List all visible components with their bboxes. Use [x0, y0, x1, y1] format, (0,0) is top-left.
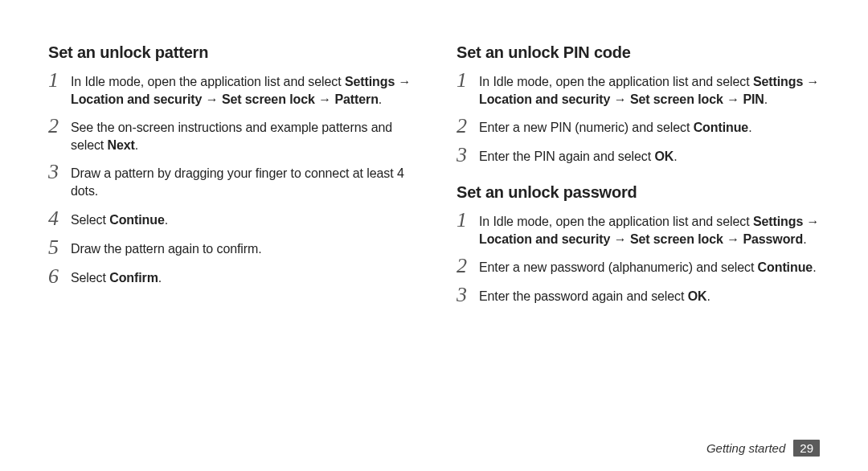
manual-page: Set an unlock pattern 1In Idle mode, ope… [0, 0, 868, 471]
step-item: 2See the on-screen instructions and exam… [48, 116, 411, 154]
section-heading: Set an unlock password [457, 183, 820, 202]
step-item: 5Draw the pattern again to confirm. [48, 237, 411, 258]
step-item: 3Enter the PIN again and select OK. [457, 145, 820, 166]
step-text: Enter the PIN again and select OK. [479, 145, 678, 166]
steps-list: 1In Idle mode, open the application list… [48, 70, 411, 287]
step-number: 5 [48, 237, 71, 258]
step-text: Enter a new password (alphanumeric) and … [479, 256, 816, 276]
step-item: 1In Idle mode, open the application list… [457, 70, 820, 108]
right-column: Set an unlock PIN code1In Idle mode, ope… [457, 43, 820, 323]
step-text: Draw the pattern again to confirm. [71, 237, 262, 258]
step-text: Enter the password again and select OK. [479, 285, 710, 305]
step-text: In Idle mode, open the application list … [479, 70, 820, 108]
section-heading: Set an unlock PIN code [457, 43, 820, 62]
step-number: 3 [457, 285, 479, 305]
step-text: In Idle mode, open the application list … [71, 70, 411, 108]
footer-page-number: 29 [793, 440, 820, 457]
step-item: 3Enter the password again and select OK. [457, 285, 820, 305]
step-item: 3Draw a pattern by dragging your finger … [48, 162, 411, 199]
step-item: 1In Idle mode, open the application list… [48, 70, 411, 108]
page-footer: Getting started 29 [706, 440, 820, 457]
step-number: 3 [48, 162, 71, 182]
step-number: 4 [48, 208, 71, 229]
step-number: 2 [48, 116, 71, 137]
steps-list: 1In Idle mode, open the application list… [457, 210, 820, 305]
step-number: 6 [48, 266, 71, 287]
step-number: 2 [457, 256, 479, 276]
step-number: 2 [457, 116, 479, 137]
step-text: In Idle mode, open the application list … [479, 210, 820, 248]
step-number: 1 [48, 70, 71, 91]
step-item: 2Enter a new password (alphanumeric) and… [457, 256, 820, 276]
step-item: 1In Idle mode, open the application list… [457, 210, 820, 248]
step-text: Select Continue. [71, 208, 168, 229]
left-column: Set an unlock pattern 1In Idle mode, ope… [48, 43, 411, 323]
step-item: 6Select Confirm. [48, 266, 411, 287]
content-columns: Set an unlock pattern 1In Idle mode, ope… [48, 43, 820, 323]
step-text: Select Confirm. [71, 266, 162, 287]
steps-list: 1In Idle mode, open the application list… [457, 70, 820, 166]
step-text: See the on-screen instructions and examp… [71, 116, 411, 154]
step-text: Draw a pattern by dragging your finger t… [71, 162, 411, 199]
step-number: 3 [457, 145, 479, 166]
step-item: 2Enter a new PIN (numeric) and select Co… [457, 116, 820, 137]
step-item: 4Select Continue. [48, 208, 411, 229]
section-heading: Set an unlock pattern [48, 43, 411, 62]
footer-section-label: Getting started [706, 441, 785, 455]
step-number: 1 [457, 210, 479, 231]
step-text: Enter a new PIN (numeric) and select Con… [479, 116, 752, 137]
step-number: 1 [457, 70, 479, 91]
